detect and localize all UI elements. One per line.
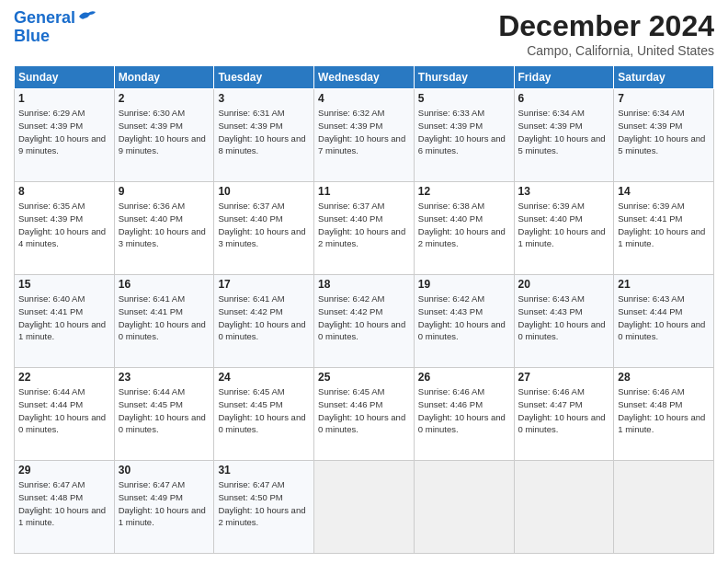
day-number: 8 (18, 185, 110, 198)
day-number: 25 (318, 371, 410, 384)
day-number: 14 (618, 185, 710, 198)
day-number: 27 (518, 371, 610, 384)
calendar-cell: 13 Sunrise: 6:39 AMSunset: 4:40 PMDaylig… (514, 182, 614, 275)
day-number: 15 (18, 278, 110, 291)
col-monday: Monday (114, 66, 214, 89)
day-info: Sunrise: 6:35 AMSunset: 4:39 PMDaylight:… (18, 201, 106, 248)
month-title: December 2024 (498, 9, 714, 43)
calendar-table: Sunday Monday Tuesday Wednesday Thursday… (14, 65, 714, 554)
calendar-cell: 8 Sunrise: 6:35 AMSunset: 4:39 PMDayligh… (15, 182, 115, 275)
calendar-cell: 28 Sunrise: 6:46 AMSunset: 4:48 PMDaylig… (614, 368, 714, 461)
calendar-cell: 31 Sunrise: 6:47 AMSunset: 4:50 PMDaylig… (214, 461, 314, 554)
day-number: 3 (218, 92, 310, 105)
title-block: December 2024 Campo, California, United … (498, 9, 714, 58)
calendar-cell: 6 Sunrise: 6:34 AMSunset: 4:39 PMDayligh… (514, 89, 614, 182)
logo-text: General (14, 9, 75, 28)
calendar-cell: 12 Sunrise: 6:38 AMSunset: 4:40 PMDaylig… (414, 182, 514, 275)
calendar-header-row: Sunday Monday Tuesday Wednesday Thursday… (15, 66, 714, 89)
calendar-cell: 18 Sunrise: 6:42 AMSunset: 4:42 PMDaylig… (314, 275, 415, 368)
day-info: Sunrise: 6:47 AMSunset: 4:49 PMDaylight:… (119, 479, 206, 527)
day-number: 31 (218, 464, 310, 477)
day-number: 6 (518, 92, 610, 105)
day-number: 1 (18, 92, 110, 105)
calendar-cell: 21 Sunrise: 6:43 AMSunset: 4:44 PMDaylig… (614, 275, 714, 368)
calendar-cell: 17 Sunrise: 6:41 AMSunset: 4:42 PMDaylig… (214, 275, 314, 368)
calendar-week-row: 29 Sunrise: 6:47 AMSunset: 4:48 PMDaylig… (15, 461, 714, 554)
day-info: Sunrise: 6:42 AMSunset: 4:43 PMDaylight:… (418, 293, 506, 341)
calendar-cell: 1 Sunrise: 6:29 AMSunset: 4:39 PMDayligh… (15, 89, 115, 182)
day-info: Sunrise: 6:47 AMSunset: 4:48 PMDaylight:… (18, 479, 106, 527)
calendar-cell: 14 Sunrise: 6:39 AMSunset: 4:41 PMDaylig… (614, 182, 714, 275)
day-info: Sunrise: 6:47 AMSunset: 4:50 PMDaylight:… (218, 479, 305, 527)
day-number: 20 (518, 278, 610, 291)
day-info: Sunrise: 6:30 AMSunset: 4:39 PMDaylight:… (119, 108, 206, 155)
col-saturday: Saturday (614, 66, 714, 89)
calendar-cell: 29 Sunrise: 6:47 AMSunset: 4:48 PMDaylig… (15, 461, 115, 554)
calendar-cell: 5 Sunrise: 6:33 AMSunset: 4:39 PMDayligh… (414, 89, 514, 182)
day-info: Sunrise: 6:45 AMSunset: 4:45 PMDaylight:… (218, 386, 305, 434)
calendar-week-row: 1 Sunrise: 6:29 AMSunset: 4:39 PMDayligh… (15, 89, 714, 182)
logo-text-blue: Blue (14, 28, 50, 46)
calendar-cell: 10 Sunrise: 6:37 AMSunset: 4:40 PMDaylig… (214, 182, 314, 275)
calendar-week-row: 8 Sunrise: 6:35 AMSunset: 4:39 PMDayligh… (15, 182, 714, 275)
day-number: 24 (218, 371, 310, 384)
day-number: 29 (18, 464, 110, 477)
day-info: Sunrise: 6:40 AMSunset: 4:41 PMDaylight:… (18, 293, 106, 341)
col-friday: Friday (514, 66, 614, 89)
calendar-cell: 7 Sunrise: 6:34 AMSunset: 4:39 PMDayligh… (614, 89, 714, 182)
day-info: Sunrise: 6:46 AMSunset: 4:48 PMDaylight:… (618, 386, 705, 434)
day-number: 22 (18, 371, 110, 384)
calendar-cell: 20 Sunrise: 6:43 AMSunset: 4:43 PMDaylig… (514, 275, 614, 368)
calendar-cell: 27 Sunrise: 6:46 AMSunset: 4:47 PMDaylig… (514, 368, 614, 461)
calendar-cell (514, 461, 614, 554)
calendar-cell: 22 Sunrise: 6:44 AMSunset: 4:44 PMDaylig… (15, 368, 115, 461)
calendar-cell: 9 Sunrise: 6:36 AMSunset: 4:40 PMDayligh… (114, 182, 214, 275)
day-number: 19 (418, 278, 510, 291)
bird-icon (77, 9, 97, 24)
day-number: 4 (318, 92, 410, 105)
calendar-cell: 25 Sunrise: 6:45 AMSunset: 4:46 PMDaylig… (314, 368, 415, 461)
calendar-cell: 16 Sunrise: 6:41 AMSunset: 4:41 PMDaylig… (114, 275, 214, 368)
logo: General Blue (14, 9, 97, 46)
calendar-cell: 2 Sunrise: 6:30 AMSunset: 4:39 PMDayligh… (114, 89, 214, 182)
day-info: Sunrise: 6:44 AMSunset: 4:44 PMDaylight:… (18, 386, 106, 434)
day-info: Sunrise: 6:41 AMSunset: 4:42 PMDaylight:… (218, 293, 305, 341)
col-wednesday: Wednesday (314, 66, 415, 89)
day-number: 21 (618, 278, 710, 291)
day-number: 9 (119, 185, 210, 198)
calendar-cell: 15 Sunrise: 6:40 AMSunset: 4:41 PMDaylig… (15, 275, 115, 368)
day-number: 10 (218, 185, 310, 198)
day-number: 2 (119, 92, 210, 105)
day-info: Sunrise: 6:46 AMSunset: 4:46 PMDaylight:… (418, 386, 506, 434)
day-info: Sunrise: 6:43 AMSunset: 4:44 PMDaylight:… (618, 293, 705, 341)
day-info: Sunrise: 6:37 AMSunset: 4:40 PMDaylight:… (318, 201, 405, 248)
day-number: 16 (119, 278, 210, 291)
day-info: Sunrise: 6:43 AMSunset: 4:43 PMDaylight:… (518, 293, 606, 341)
calendar-cell: 24 Sunrise: 6:45 AMSunset: 4:45 PMDaylig… (214, 368, 314, 461)
day-info: Sunrise: 6:39 AMSunset: 4:40 PMDaylight:… (518, 201, 606, 248)
day-info: Sunrise: 6:32 AMSunset: 4:39 PMDaylight:… (318, 108, 405, 155)
day-info: Sunrise: 6:34 AMSunset: 4:39 PMDaylight:… (518, 108, 606, 155)
day-info: Sunrise: 6:41 AMSunset: 4:41 PMDaylight:… (119, 293, 206, 341)
day-info: Sunrise: 6:42 AMSunset: 4:42 PMDaylight:… (318, 293, 405, 341)
day-number: 18 (318, 278, 410, 291)
calendar-cell: 4 Sunrise: 6:32 AMSunset: 4:39 PMDayligh… (314, 89, 415, 182)
day-number: 17 (218, 278, 310, 291)
day-number: 5 (418, 92, 510, 105)
calendar-week-row: 22 Sunrise: 6:44 AMSunset: 4:44 PMDaylig… (15, 368, 714, 461)
day-info: Sunrise: 6:29 AMSunset: 4:39 PMDaylight:… (18, 108, 106, 155)
day-number: 12 (418, 185, 510, 198)
day-number: 11 (318, 185, 410, 198)
day-info: Sunrise: 6:33 AMSunset: 4:39 PMDaylight:… (418, 108, 506, 155)
calendar-cell: 3 Sunrise: 6:31 AMSunset: 4:39 PMDayligh… (214, 89, 314, 182)
day-number: 28 (618, 371, 710, 384)
day-info: Sunrise: 6:45 AMSunset: 4:46 PMDaylight:… (318, 386, 405, 434)
calendar-cell (414, 461, 514, 554)
day-number: 30 (119, 464, 210, 477)
calendar-cell: 30 Sunrise: 6:47 AMSunset: 4:49 PMDaylig… (114, 461, 214, 554)
day-info: Sunrise: 6:31 AMSunset: 4:39 PMDaylight:… (218, 108, 305, 155)
day-info: Sunrise: 6:34 AMSunset: 4:39 PMDaylight:… (618, 108, 705, 155)
col-tuesday: Tuesday (214, 66, 314, 89)
day-info: Sunrise: 6:36 AMSunset: 4:40 PMDaylight:… (119, 201, 206, 248)
day-number: 7 (618, 92, 710, 105)
